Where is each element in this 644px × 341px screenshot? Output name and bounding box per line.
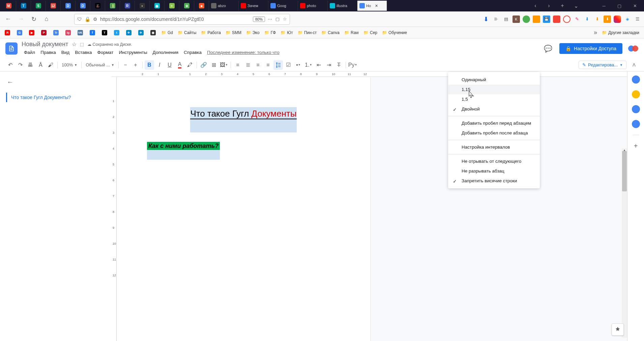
ext-icon-2[interactable] [523, 16, 530, 23]
italic-button[interactable]: I [155, 60, 164, 70]
docs-menu-item[interactable]: Справка [181, 49, 204, 56]
spacing-double[interactable]: ✓ Двойной [448, 104, 540, 114]
forward-button[interactable]: → [16, 14, 26, 25]
indent-increase-button[interactable]: ⇥ [324, 60, 333, 70]
other-bookmarks[interactable]: 📁 Другие закладки [600, 28, 641, 37]
image-button[interactable]: 🖼 ▼ [219, 60, 229, 70]
minimize-button[interactable]: ─ [596, 1, 612, 11]
keep-lines-together[interactable]: Не разрывать абзац [448, 166, 540, 176]
spacing-single[interactable]: Одинарный [448, 75, 540, 85]
sidebar-icon[interactable]: ▤ [502, 16, 510, 23]
browser-tab[interactable]: T [16, 1, 31, 11]
style-select[interactable]: Обычный ... ▼ [84, 61, 116, 69]
outline-back-button[interactable]: ← [7, 78, 105, 86]
comment-button[interactable]: ⊞ [209, 60, 218, 70]
align-right-button[interactable]: ≡ [253, 60, 263, 70]
docs-menu-item[interactable]: Инструменты [116, 49, 149, 56]
clear-format-button[interactable]: T [334, 60, 344, 70]
add-space-before[interactable]: Добавить пробел перед абзацем [448, 118, 540, 128]
redo-button[interactable]: ↷ [16, 60, 25, 70]
bookmark-icon[interactable]: Я [3, 28, 12, 37]
document-title[interactable]: Новый документ [22, 41, 68, 48]
docs-menu-item[interactable]: Дополнения [150, 49, 181, 56]
ext-icon-10[interactable]: ⬇ [604, 16, 611, 23]
font-size-increase[interactable]: + [131, 60, 140, 70]
bookmark-icon[interactable]: P [39, 28, 49, 37]
ext-icon-8[interactable]: ⬇ [583, 16, 591, 23]
page-actions-icon[interactable]: ⋯ [268, 17, 272, 22]
align-justify-button[interactable]: ≡ [263, 60, 273, 70]
vertical-ruler[interactable]: 123456789101112 [111, 77, 117, 341]
browser-tab[interactable]: ※ [179, 1, 194, 11]
bold-button[interactable]: B [145, 60, 154, 70]
bookmark-icon[interactable]: f [88, 28, 97, 37]
subheading-text[interactable]: Как с ними работать? [147, 142, 220, 150]
line-spacing-button[interactable] [273, 60, 283, 70]
keep-icon[interactable] [632, 90, 640, 98]
docs-menu-item[interactable]: Правка [38, 49, 58, 56]
browser-tab[interactable]: 12 [46, 1, 61, 11]
comments-button[interactable]: 💬 [542, 42, 554, 55]
numbered-list-button[interactable]: 1. ▼ [304, 60, 313, 70]
ext-icon-12[interactable]: ◈ [624, 16, 631, 23]
ext-icon-9[interactable]: ⬇ [593, 16, 601, 23]
collapse-toolbar-button[interactable]: ᐱ [629, 60, 639, 70]
url-input[interactable]: 🛡 🔒 ⚙ https://docs.google.com/document/d… [74, 14, 290, 25]
user-avatar[interactable] [628, 43, 639, 54]
browser-tab[interactable]: 📗 [105, 1, 120, 11]
browser-tab[interactable]: ■ [194, 1, 209, 11]
browser-tab[interactable]: 🎩 [90, 1, 105, 11]
docs-menu-item[interactable]: Файл [22, 49, 37, 56]
text-color-button[interactable]: A [175, 60, 184, 70]
docs-menu-item[interactable]: Формат [95, 49, 116, 56]
calendar-icon[interactable] [632, 75, 640, 84]
bookmark-folder[interactable]: 📁ГФ [262, 28, 278, 37]
heading-text[interactable]: Что такое Гугл Документы [190, 108, 296, 119]
tasks-icon[interactable] [632, 105, 640, 113]
bookmark-folder[interactable]: 📁Сер [361, 28, 379, 37]
bookmark-icon[interactable]: G [15, 28, 24, 37]
horizontal-ruler[interactable]: 21123456789101112 [111, 71, 627, 77]
ext-icon-7[interactable]: ✎ [573, 16, 581, 23]
docs-menu-item[interactable]: Вид [59, 49, 72, 56]
bookmark-folder[interactable]: 📁Обучение [380, 28, 409, 37]
align-left-button[interactable]: ≡ [233, 60, 242, 70]
browser-tab[interactable]: D [61, 1, 76, 11]
docs-menu-item[interactable]: Вставка [72, 49, 94, 56]
custom-spacing[interactable]: Настройка интервалов [448, 142, 540, 152]
bookmark-icon[interactable]: ✈ [136, 28, 146, 37]
move-icon[interactable]: ⬚ [80, 42, 84, 47]
bookmark-icon[interactable]: Tr [51, 28, 61, 37]
reload-button[interactable]: ↻ [28, 14, 39, 25]
tab-scroll-left[interactable]: ‹ [529, 1, 542, 11]
bookmark-folder[interactable]: 📁Эко [244, 28, 262, 37]
add-panel-icon[interactable]: + [632, 142, 640, 150]
bookmark-folder[interactable]: 📁Canva [319, 28, 342, 37]
contacts-icon[interactable] [632, 120, 640, 128]
browser-tab[interactable]: ▪ [135, 1, 150, 11]
indent-decrease-button[interactable]: ⇤ [314, 60, 323, 70]
bookmark-folder[interactable]: 📁Сайты [176, 28, 198, 37]
last-edit-link[interactable]: Последнее изменение: только что [205, 49, 282, 56]
browser-tab[interactable]: illustra [328, 1, 357, 11]
bookmark-icon[interactable]: ✈ [124, 28, 134, 37]
bookmark-icon[interactable]: Ig [63, 28, 73, 37]
font-size-decrease[interactable]: − [121, 60, 130, 70]
bookmark-folder[interactable]: 📁SMM [224, 28, 243, 37]
browser-tab[interactable]: ≡ [165, 1, 179, 11]
download-icon[interactable]: ⬇ [482, 16, 490, 23]
bookmark-icon[interactable]: t [112, 28, 121, 37]
bookmark-icon[interactable]: ▶ [27, 28, 36, 37]
tab-scroll-right[interactable]: › [542, 1, 556, 11]
ext-icon-4[interactable]: 💾 [543, 16, 550, 23]
bookmarks-overflow-icon[interactable]: » [594, 29, 597, 36]
spellcheck-button[interactable]: Ᾱ [36, 60, 45, 70]
zoom-select[interactable]: 100% ▼ [60, 61, 79, 69]
input-tools-button[interactable]: Ру ▼ [348, 60, 357, 70]
add-space-after[interactable]: Добавить пробел после абзаца [448, 128, 540, 138]
highlight-button[interactable]: 🖍 [185, 60, 195, 70]
checklist-button[interactable]: ☑ [284, 60, 293, 70]
share-button[interactable]: 🔒 Настройки Доступа [559, 43, 622, 54]
home-button[interactable]: ⌂ [41, 14, 52, 25]
outline-item[interactable]: Что такое Гугл Документы? [6, 93, 105, 102]
